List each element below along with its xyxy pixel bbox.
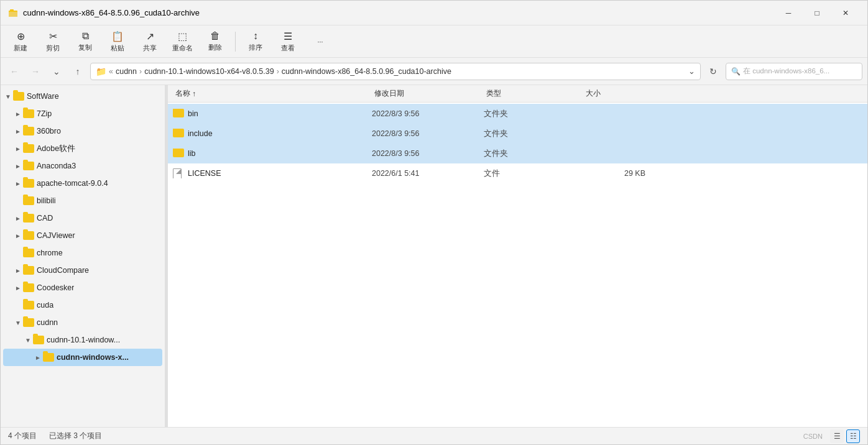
file-date-include: 2022/8/3 9:56 <box>372 129 484 138</box>
address-bar: ← → ⌄ ↑ 📁 « cudnn › cudnn-10.1-windows10… <box>1 58 867 85</box>
sidebar-item-coodesker[interactable]: ► Coodesker <box>3 279 162 296</box>
sidebar-item-chrome[interactable]: chrome <box>3 244 162 262</box>
status-total: 4 个项目 <box>8 431 37 441</box>
sort-icon: ↕ <box>253 30 258 42</box>
file-name-lib: lib <box>173 149 372 158</box>
up-button[interactable]: ↑ <box>69 63 86 80</box>
watermark: CSDN <box>803 433 823 440</box>
maximize-button[interactable]: □ <box>803 3 831 23</box>
toggle-icon-7zip: ► <box>13 109 23 119</box>
sidebar-item-cudnn-archive[interactable]: ► cudnn-windows-x... <box>3 349 162 366</box>
search-box[interactable]: 🔍 在 cudnn-windows-x86_6... <box>726 63 862 80</box>
sidebar-item-cudnn-101[interactable]: ▼ cudnn-10.1-window... <box>3 331 162 349</box>
sidebar-item-bilibili[interactable]: bilibili <box>3 192 162 209</box>
more-label: ··· <box>317 38 323 45</box>
toggle-icon-tomcat: ► <box>13 178 23 188</box>
file-name-include: include <box>173 129 372 139</box>
minimize-button[interactable]: ─ <box>774 3 803 23</box>
file-type-bin: 文件夹 <box>484 109 583 119</box>
col-header-date[interactable]: 修改日期 <box>372 85 484 102</box>
file-date-lib: 2022/8/3 9:56 <box>372 149 484 158</box>
sidebar-item-cad[interactable]: ► CAD <box>3 209 162 227</box>
sidebar-label-chrome: chrome <box>37 249 63 257</box>
toggle-icon-360bro: ► <box>13 126 23 136</box>
more-button[interactable]: ··· <box>305 28 335 55</box>
file-date-license: 2022/6/1 5:41 <box>372 169 484 178</box>
forward-button[interactable]: → <box>27 63 44 80</box>
new-button[interactable]: ⊕ 新建 <box>6 28 35 55</box>
sidebar-label-cloudcompare: CloudCompare <box>37 266 89 275</box>
folder-icon-bin <box>173 109 184 119</box>
breadcrumb-dropdown-icon[interactable]: ⌄ <box>688 67 695 76</box>
paste-icon: 📋 <box>111 30 124 42</box>
sidebar-item-tomcat[interactable]: ► apache-tomcat-9.0.4 <box>3 175 162 192</box>
copy-icon: ⧉ <box>82 30 89 42</box>
toggle-icon-cloudcompare: ► <box>13 265 23 275</box>
dropdown-nav-button[interactable]: ⌄ <box>48 63 65 80</box>
table-row[interactable]: LICENSE 2022/6/1 5:41 文件 29 KB <box>168 163 867 183</box>
breadcrumb-cudnn[interactable]: cudnn <box>116 67 137 76</box>
sidebar-label-adobe: Adobe软件 <box>37 144 75 154</box>
col-header-type[interactable]: 类型 <box>484 85 583 102</box>
breadcrumb-bar[interactable]: 📁 « cudnn › cudnn-10.1-windows10-x64-v8.… <box>90 63 701 80</box>
title-bar: cudnn-windows-x86_64-8.5.0.96_cuda10-arc… <box>1 1 867 25</box>
sidebar-label-cudnn-101: cudnn-10.1-window... <box>47 336 120 344</box>
sidebar-label-cad: CAD <box>37 214 53 222</box>
file-area: 名称 ↑ 修改日期 类型 大小 bin <box>168 85 867 427</box>
sidebar-item-cuda[interactable]: cuda <box>3 296 162 314</box>
status-selected: 已选择 3 个项目 <box>49 431 102 441</box>
file-name-bin: bin <box>173 109 372 119</box>
breadcrumb-cudnn-archive[interactable]: cudnn-windows-x86_64-8.5.0.96_cuda10-arc… <box>282 67 451 76</box>
rename-label: 重命名 <box>172 44 193 53</box>
sidebar-label-bilibili: bilibili <box>37 196 56 205</box>
file-name-license: LICENSE <box>173 168 372 178</box>
toolbar-separator <box>235 32 236 52</box>
refresh-button[interactable]: ↻ <box>704 63 722 80</box>
file-type-lib: 文件夹 <box>484 149 583 159</box>
sidebar-item-360bro[interactable]: ► 360bro <box>3 122 162 140</box>
sidebar-item-cudnn[interactable]: ▼ cudnn <box>3 314 162 331</box>
view-button[interactable]: ☰ 查看 <box>273 28 303 55</box>
breadcrumb-cudnn-101[interactable]: cudnn-10.1-windows10-x64-v8.0.5.39 <box>144 67 274 76</box>
toggle-icon-adobe: ► <box>13 144 23 154</box>
svg-rect-2 <box>10 9 14 12</box>
sidebar: ▼ SoftWare ► 7Zip ► 360bro ► <box>1 85 165 427</box>
sidebar-label-software: SoftWare <box>27 92 59 101</box>
toggle-icon-cudnn-archive: ► <box>33 352 43 362</box>
share-button[interactable]: ↗ 共享 <box>135 28 165 55</box>
table-row[interactable]: lib 2022/8/3 9:56 文件夹 <box>168 144 867 163</box>
sidebar-item-adobe[interactable]: ► Adobe软件 <box>3 140 162 157</box>
sidebar-item-cloudcompare[interactable]: ► CloudCompare <box>3 262 162 279</box>
file-type-include: 文件夹 <box>484 129 583 139</box>
toggle-icon-cudnn: ▼ <box>13 318 23 328</box>
doc-icon-license <box>173 168 184 178</box>
cut-button[interactable]: ✂ 剪切 <box>38 28 68 55</box>
rename-icon: ⬚ <box>178 30 187 42</box>
back-button[interactable]: ← <box>6 63 23 80</box>
rename-button[interactable]: ⬚ 重命名 <box>167 28 198 55</box>
sidebar-item-software[interactable]: ▼ SoftWare <box>3 88 162 105</box>
sort-button[interactable]: ↕ 排序 <box>241 28 270 55</box>
delete-button[interactable]: 🗑 删除 <box>200 28 230 55</box>
sidebar-item-7zip[interactable]: ► 7Zip <box>3 105 162 122</box>
copy-button[interactable]: ⧉ 复制 <box>70 28 100 55</box>
new-icon: ⊕ <box>17 30 25 42</box>
sidebar-item-anaconda3[interactable]: ► Anaconda3 <box>3 157 162 175</box>
file-list: bin 2022/8/3 9:56 文件夹 include 2022/8/3 9… <box>168 103 867 427</box>
close-button[interactable]: ✕ <box>831 3 860 23</box>
sidebar-item-cajviewer[interactable]: ► CAJViewer <box>3 227 162 244</box>
view-icon: ☰ <box>284 30 292 42</box>
paste-button[interactable]: 📋 粘贴 <box>103 28 132 55</box>
table-row[interactable]: bin 2022/8/3 9:56 文件夹 <box>168 104 867 124</box>
list-view-button[interactable]: ☰ <box>830 429 844 443</box>
col-header-name[interactable]: 名称 ↑ <box>173 85 372 102</box>
cut-icon: ✂ <box>49 30 57 42</box>
table-row[interactable]: include 2022/8/3 9:56 文件夹 <box>168 124 867 144</box>
file-size-license: 29 KB <box>583 169 645 178</box>
detail-view-button[interactable]: ☷ <box>846 429 860 443</box>
col-header-size[interactable]: 大小 <box>583 85 645 102</box>
toggle-icon-cudnn-101: ▼ <box>23 335 33 345</box>
explorer-icon <box>8 8 18 18</box>
toggle-icon-software: ▼ <box>3 91 13 101</box>
sidebar-label-cuda: cuda <box>37 301 53 310</box>
